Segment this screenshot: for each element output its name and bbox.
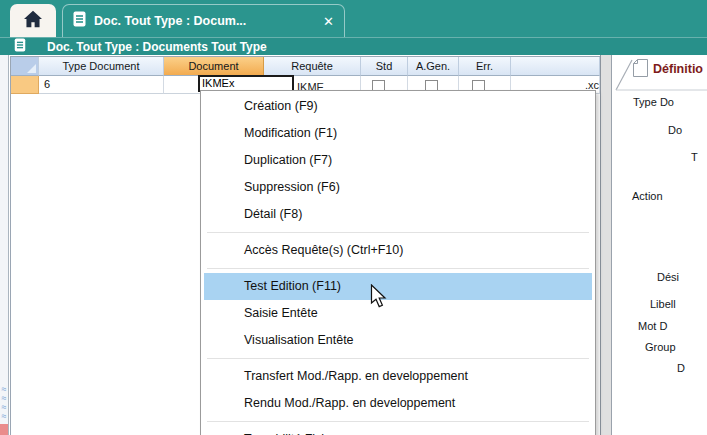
menu-item-saisie-entete[interactable]: Saisie Entête: [201, 300, 595, 327]
menu-item-rendu-mod-rapp[interactable]: Rendu Mod./Rapp. en developpement: [201, 390, 595, 417]
column-header-requete[interactable]: Requête: [264, 57, 361, 76]
menu-item-duplication[interactable]: Duplication (F7): [201, 147, 595, 174]
page-icon: [633, 59, 648, 81]
field-label-document: Do: [668, 124, 682, 136]
menu-item-test-edition[interactable]: Test Edition (F11): [204, 273, 592, 300]
top-tab-bar: Doc. Tout Type : Docum... ✕: [0, 0, 707, 37]
menu-separator: [207, 268, 589, 269]
home-icon: [23, 10, 43, 32]
menu-item-detail[interactable]: Détail (F8): [201, 201, 595, 228]
menu-item-creation[interactable]: Création (F9): [201, 93, 595, 120]
column-header-err[interactable]: Err.: [459, 57, 511, 76]
column-header-empty[interactable]: [511, 57, 600, 76]
tab-close-icon[interactable]: ✕: [323, 14, 334, 29]
home-tab[interactable]: [10, 4, 56, 37]
titlebar-document-icon: [14, 38, 26, 56]
scroll-mark-icon: ≈: [0, 412, 8, 421]
select-all-corner-cell[interactable]: [11, 57, 39, 76]
column-header-type-document[interactable]: Type Document: [39, 57, 164, 76]
menu-item-acces-requetes[interactable]: Accès Requête(s) (Ctrl+F10): [201, 237, 595, 264]
field-label-d: D: [677, 362, 685, 374]
menu-separator: [207, 232, 589, 233]
strip-highlight: [0, 424, 8, 435]
menu-item-visualisation-entete[interactable]: Visualisation Entête: [201, 327, 595, 354]
menu-separator: [207, 358, 589, 359]
menu-item-clipped[interactable]: Traçabilité Fiche: [201, 426, 595, 435]
definition-side-panel: Définitio Type Do Do T Action Dési Libel…: [612, 55, 707, 435]
document-tab[interactable]: Doc. Tout Type : Docum... ✕: [62, 4, 345, 37]
menu-item-modification[interactable]: Modification (F1): [201, 120, 595, 147]
tab-label: Doc. Tout Type : Docum...: [94, 14, 317, 28]
context-menu: Création (F9) Modification (F1) Duplicat…: [200, 90, 596, 435]
field-label-groupe: Group: [645, 341, 676, 353]
column-header-document[interactable]: Document: [164, 57, 264, 76]
cell-type-document[interactable]: 6: [39, 76, 164, 94]
field-label-mot-directeur: Mot D: [638, 320, 667, 332]
panel-splitter[interactable]: [600, 55, 612, 435]
column-header-std[interactable]: Std: [361, 57, 408, 76]
row-selector-cell[interactable]: [11, 76, 39, 94]
document-icon: [73, 11, 86, 31]
field-label-libelle: Libell: [650, 298, 676, 310]
panel-title: Définitio: [653, 62, 703, 76]
window-title: Doc. Tout Type : Documents Tout Type: [47, 40, 267, 54]
menu-item-transfert-mod-rapp[interactable]: Transfert Mod./Rapp. en developpement: [201, 363, 595, 390]
field-label-type-document: Type Do: [633, 96, 674, 108]
field-label-designation: Dési: [657, 271, 679, 283]
panel-tab-edge: [612, 55, 707, 435]
menu-separator: [207, 421, 589, 422]
field-label-action: Action: [632, 190, 663, 202]
left-collapsed-panel-strip[interactable]: ≈ ≈ ≈ ≈: [0, 55, 9, 435]
column-header-agen[interactable]: A.Gen.: [408, 57, 459, 76]
window-title-bar: Doc. Tout Type : Documents Tout Type: [0, 37, 707, 55]
field-label-type: T: [691, 151, 698, 163]
menu-item-suppression[interactable]: Suppression (F6): [201, 174, 595, 201]
mouse-cursor: [370, 284, 387, 313]
grid-header-row: Type Document Document Requête Std A.Gen…: [11, 57, 600, 76]
